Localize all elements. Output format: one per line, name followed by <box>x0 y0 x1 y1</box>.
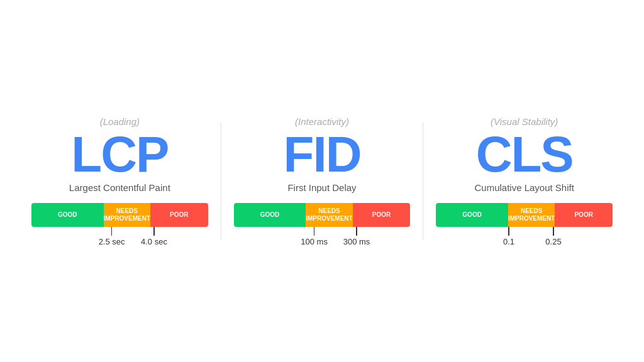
cls-category: (Visual Stability) <box>491 116 558 127</box>
lcp-category: (Loading) <box>100 116 140 127</box>
lcp-full-name: Largest Contentful Paint <box>69 182 170 193</box>
cls-needs-label: NEEDSIMPROVEMENT <box>508 207 555 222</box>
fid-full-name: First Input Delay <box>287 182 356 193</box>
fid-bar-needs: NEEDSIMPROVEMENT <box>306 203 352 227</box>
metric-cls: (Visual Stability) CLS Cumulative Layout… <box>423 116 625 246</box>
cls-bar-needs: NEEDSIMPROVEMENT <box>508 203 555 227</box>
fid-tick2-label: 300 ms <box>343 237 370 246</box>
fid-ticks: 100 ms 300 ms <box>234 227 411 246</box>
cls-bar: GOOD NEEDSIMPROVEMENT POOR <box>436 203 613 227</box>
fid-tick2: 300 ms <box>343 227 370 246</box>
lcp-tick1: 2.5 sec <box>99 227 125 246</box>
lcp-tick1-line <box>111 227 113 236</box>
lcp-tick2-label: 4.0 sec <box>141 237 167 246</box>
fid-needs-label: NEEDSIMPROVEMENT <box>306 207 352 222</box>
lcp-tick2: 4.0 sec <box>141 227 167 246</box>
cls-tick2: 0.25 <box>545 227 561 246</box>
fid-tick2-line <box>356 227 357 236</box>
fid-bar: GOOD NEEDSIMPROVEMENT POOR <box>234 203 411 227</box>
lcp-poor-label: POOR <box>170 211 188 219</box>
fid-poor-label: POOR <box>372 211 391 219</box>
cls-bar-good: GOOD <box>436 203 508 227</box>
cls-tick1: 0.1 <box>503 227 514 246</box>
fid-bar-container: GOOD NEEDSIMPROVEMENT POOR 100 ms 300 ms <box>234 203 411 246</box>
cls-bar-container: GOOD NEEDSIMPROVEMENT POOR 0.1 0.25 <box>436 203 613 246</box>
metric-fid: (Interactivity) FID First Input Delay GO… <box>221 116 423 246</box>
cls-ticks: 0.1 0.25 <box>436 227 613 246</box>
lcp-bar: GOOD NEEDSIMPROVEMENT POOR <box>31 203 208 227</box>
fid-good-label: GOOD <box>260 211 280 219</box>
fid-tick1-label: 100 ms <box>301 237 328 246</box>
lcp-acronym: LCP <box>71 129 168 180</box>
lcp-needs-label: NEEDSIMPROVEMENT <box>104 207 150 222</box>
lcp-tick2-line <box>153 227 155 236</box>
fid-bar-good: GOOD <box>234 203 306 227</box>
lcp-tick1-label: 2.5 sec <box>99 237 125 246</box>
fid-acronym: FID <box>284 129 361 180</box>
lcp-bar-good: GOOD <box>31 203 104 227</box>
metric-lcp: (Loading) LCP Largest Contentful Paint G… <box>19 116 221 246</box>
fid-tick1-line <box>314 227 315 236</box>
lcp-ticks: 2.5 sec 4.0 sec <box>31 227 208 246</box>
fid-category: (Interactivity) <box>295 116 349 127</box>
lcp-bar-container: GOOD NEEDSIMPROVEMENT POOR 2.5 sec 4.0 s… <box>31 203 208 246</box>
cls-tick2-label: 0.25 <box>545 237 561 246</box>
lcp-good-label: GOOD <box>58 211 77 219</box>
fid-bar-poor: POOR <box>353 203 411 227</box>
cls-good-label: GOOD <box>462 211 482 219</box>
cls-tick1-line <box>508 227 509 236</box>
lcp-bar-needs: NEEDSIMPROVEMENT <box>104 203 150 227</box>
cls-bar-poor: POOR <box>555 203 613 227</box>
main-container: (Loading) LCP Largest Contentful Paint G… <box>0 116 644 246</box>
lcp-bar-poor: POOR <box>150 203 208 227</box>
cls-acronym: CLS <box>476 129 573 180</box>
cls-poor-label: POOR <box>574 211 592 219</box>
cls-tick2-line <box>553 227 554 236</box>
cls-tick1-label: 0.1 <box>503 237 514 246</box>
cls-full-name: Cumulative Layout Shift <box>474 182 574 193</box>
fid-tick1: 100 ms <box>301 227 328 246</box>
